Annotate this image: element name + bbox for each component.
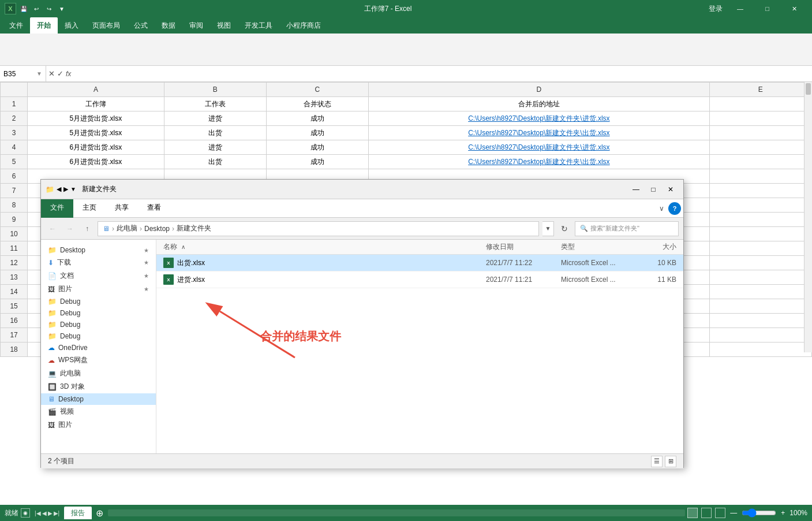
confirm-icon[interactable]: ✓ xyxy=(57,69,63,78)
undo-button[interactable]: ↩ xyxy=(31,3,42,14)
cell-1-b[interactable]: 工作表 xyxy=(164,97,266,111)
nav-docs[interactable]: 📄 文档 ★ xyxy=(41,269,156,282)
cell-15-e[interactable] xyxy=(709,299,811,314)
cancel-icon[interactable]: ✕ xyxy=(48,69,55,78)
cell-1-c[interactable]: 合并状态 xyxy=(266,97,368,111)
cell-1-e[interactable] xyxy=(709,97,811,111)
exp-tab-share[interactable]: 共享 xyxy=(106,199,138,218)
cell-ref-dropdown[interactable]: ▼ xyxy=(36,70,42,77)
cell-2-e[interactable] xyxy=(709,111,811,126)
dialog-forward-icon[interactable]: ▶ xyxy=(63,185,68,193)
cell-3-b[interactable]: 出货 xyxy=(164,126,266,140)
exp-tab-view[interactable]: 查看 xyxy=(138,199,170,218)
nav-onedrive[interactable]: ☁ OneDrive xyxy=(41,342,156,353)
dialog-dropdown-icon[interactable]: ▼ xyxy=(70,186,76,192)
cell-5-e[interactable] xyxy=(709,155,811,169)
cell-3-d[interactable]: C:\Users\h8927\Desktop\新建文件夹\出货.xlsx xyxy=(368,126,709,140)
tab-formula[interactable]: 公式 xyxy=(127,17,155,34)
cell-reference[interactable]: B35 ▼ xyxy=(0,66,46,81)
link-2[interactable]: C:\Users\h8927\Desktop\新建文件夹\进货.xlsx xyxy=(468,114,609,122)
nav-wps[interactable]: ☁ WPS网盘 xyxy=(41,353,156,357)
dialog-close-btn[interactable]: ✕ xyxy=(663,183,679,196)
formula-input[interactable] xyxy=(73,66,812,81)
nav-back-btn[interactable]: ← xyxy=(46,222,59,236)
redo-button[interactable]: ↪ xyxy=(44,3,54,14)
col-header-date[interactable]: 修改日期 xyxy=(486,242,561,252)
path-desktop[interactable]: Desktop xyxy=(144,225,170,233)
cell-9-e[interactable] xyxy=(709,213,811,227)
exp-tab-file[interactable]: 文件 xyxy=(41,199,73,218)
maximize-button[interactable]: □ xyxy=(754,0,780,17)
cell-5-c[interactable]: 成功 xyxy=(266,155,368,169)
col-header-d[interactable]: D xyxy=(368,83,709,97)
nav-debug1[interactable]: 📁 Debug xyxy=(41,296,156,307)
refresh-btn[interactable]: ↻ xyxy=(557,222,571,236)
nav-downloads[interactable]: ⬇ 下载 ★ xyxy=(41,256,156,269)
cell-4-b[interactable]: 进货 xyxy=(164,140,266,155)
cell-4-d[interactable]: C:\Users\h8927\Desktop\新建文件夹\进货.xlsx xyxy=(368,140,709,155)
cell-6-e[interactable] xyxy=(709,169,811,184)
col-header-type[interactable]: 类型 xyxy=(561,242,636,252)
login-button[interactable]: 登录 xyxy=(709,4,723,14)
cell-2-a[interactable]: 5月进货出货.xlsx xyxy=(28,111,164,126)
col-header-name[interactable]: 名称 ∧ xyxy=(163,242,486,252)
nav-pictures[interactable]: 🖼 图片 ★ xyxy=(41,282,156,296)
tab-data[interactable]: 数据 xyxy=(155,17,182,34)
link-4[interactable]: C:\Users\h8927\Desktop\新建文件夹\进货.xlsx xyxy=(468,143,609,151)
link-5[interactable]: C:\Users\h8927\Desktop\新建文件夹\出货.xlsx xyxy=(468,158,609,166)
col-header-c[interactable]: C xyxy=(266,83,368,97)
dialog-maximize-btn[interactable]: □ xyxy=(645,183,661,196)
address-dropdown-btn[interactable]: ▼ xyxy=(542,221,554,236)
nav-forward-btn[interactable]: → xyxy=(63,222,77,236)
tab-view[interactable]: 视图 xyxy=(210,17,238,34)
cell-8-e[interactable] xyxy=(709,198,811,213)
cell-4-c[interactable]: 成功 xyxy=(266,140,368,155)
cell-2-c[interactable]: 成功 xyxy=(266,111,368,126)
tab-layout[interactable]: 页面布局 xyxy=(85,17,127,34)
cell-16-e[interactable] xyxy=(709,314,811,328)
cell-4-e[interactable] xyxy=(709,140,811,155)
nav-debug3[interactable]: 📁 Debug xyxy=(41,319,156,330)
cell-13-e[interactable] xyxy=(709,270,811,285)
cell-14-e[interactable] xyxy=(709,285,811,299)
cell-17-e[interactable] xyxy=(709,328,811,343)
exp-tab-home[interactable]: 主页 xyxy=(73,199,106,218)
col-header-b[interactable]: B xyxy=(164,83,266,97)
dialog-back-icon[interactable]: ◀ xyxy=(57,185,61,193)
nav-debug2[interactable]: 📁 Debug xyxy=(41,307,156,319)
cell-5-b[interactable]: 出货 xyxy=(164,155,266,169)
path-newfolder[interactable]: 新建文件夹 xyxy=(177,224,211,233)
cell-1-d[interactable]: 合并后的地址 xyxy=(368,97,709,111)
path-pc[interactable]: 此电脑 xyxy=(117,224,137,233)
tab-file[interactable]: 文件 xyxy=(2,17,30,34)
dialog-minimize-btn[interactable]: — xyxy=(628,183,644,196)
col-header-e[interactable]: E xyxy=(709,83,811,97)
cell-3-a[interactable]: 5月进货出货.xlsx xyxy=(28,126,164,140)
customize-button[interactable]: ▼ xyxy=(57,3,67,14)
cell-18-e[interactable] xyxy=(709,343,811,357)
cell-1-a[interactable]: 工作簿 xyxy=(28,97,164,111)
expand-ribbon-icon[interactable]: ∨ xyxy=(654,202,668,215)
col-header-size[interactable]: 大小 xyxy=(636,242,676,252)
col-header-a[interactable]: A xyxy=(28,83,164,97)
tab-home[interactable]: 开始 xyxy=(30,17,58,34)
address-path[interactable]: 🖥 › 此电脑 › Desktop › 新建文件夹 xyxy=(98,221,539,236)
tab-miniapp[interactable]: 小程序商店 xyxy=(279,17,328,34)
nav-desktop[interactable]: 📁 Desktop ★ xyxy=(41,244,156,256)
tab-insert[interactable]: 插入 xyxy=(58,17,85,34)
file-row-jinhuo[interactable]: X 进货.xlsx 2021/7/7 11:21 Microsoft Excel… xyxy=(156,271,683,288)
save-button[interactable]: 💾 xyxy=(18,3,29,14)
link-3[interactable]: C:\Users\h8927\Desktop\新建文件夹\出货.xlsx xyxy=(468,129,609,137)
nav-debug4[interactable]: 📁 Debug xyxy=(41,330,156,342)
cell-10-e[interactable] xyxy=(709,227,811,241)
vertical-scrollbar[interactable] xyxy=(804,82,812,352)
cell-7-e[interactable] xyxy=(709,184,811,198)
tab-dev[interactable]: 开发工具 xyxy=(238,17,279,34)
cell-2-b[interactable]: 进货 xyxy=(164,111,266,126)
cell-3-e[interactable] xyxy=(709,126,811,140)
file-row-chuohuo[interactable]: X 出货.xlsx 2021/7/7 11:22 Microsoft Excel… xyxy=(156,255,683,271)
cell-12-e[interactable] xyxy=(709,256,811,270)
formula-icon[interactable]: fx xyxy=(66,70,71,78)
nav-up-btn[interactable]: ↑ xyxy=(80,222,94,236)
cell-5-a[interactable]: 6月进货出货.xlsx xyxy=(28,155,164,169)
